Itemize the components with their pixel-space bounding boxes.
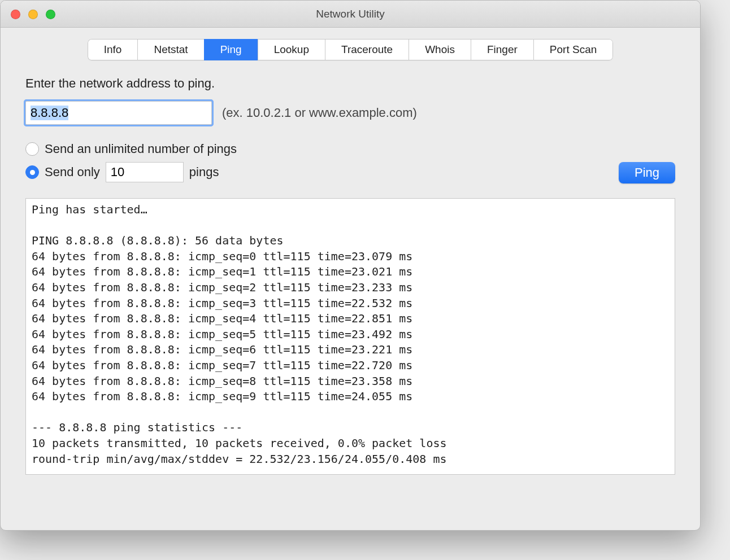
prompt-label: Enter the network address to ping. — [25, 76, 675, 91]
output-area[interactable]: Ping has started… PING 8.8.8.8 (8.8.8.8)… — [25, 198, 675, 475]
ping-count-input[interactable] — [106, 162, 184, 182]
tab-finger[interactable]: Finger — [471, 39, 533, 60]
tab-traceroute[interactable]: Traceroute — [325, 39, 409, 60]
window-title: Network Utility — [1, 8, 700, 20]
tab-ping[interactable]: Ping — [204, 39, 258, 60]
tab-lookup[interactable]: Lookup — [258, 39, 325, 60]
address-input[interactable] — [25, 101, 212, 125]
radio-unlimited[interactable] — [25, 142, 39, 156]
close-window-icon[interactable] — [11, 10, 20, 19]
app-window: Network Utility InfoNetstatPingLookupTra… — [0, 0, 701, 531]
radio-send-only-suffix: pings — [189, 165, 219, 180]
radio-unlimited-label: Send an unlimited number of pings — [45, 142, 237, 156]
tab-whois[interactable]: Whois — [409, 39, 471, 60]
tab-info[interactable]: Info — [88, 39, 138, 60]
ping-button[interactable]: Ping — [619, 162, 675, 183]
zoom-window-icon[interactable] — [46, 10, 55, 19]
radio-send-only-prefix: Send only — [45, 165, 100, 180]
titlebar: Network Utility — [1, 1, 700, 28]
address-hint: (ex. 10.0.2.1 or www.example.com) — [222, 106, 417, 120]
output-text: Ping has started… PING 8.8.8.8 (8.8.8.8)… — [26, 199, 675, 470]
traffic-lights — [11, 10, 55, 19]
radio-send-only[interactable] — [25, 165, 39, 179]
tab-netstat[interactable]: Netstat — [137, 39, 203, 60]
tab-bar: InfoNetstatPingLookupTracerouteWhoisFing… — [1, 28, 700, 71]
tab-port-scan[interactable]: Port Scan — [533, 39, 613, 60]
content: InfoNetstatPingLookupTracerouteWhoisFing… — [1, 28, 700, 486]
minimize-window-icon[interactable] — [28, 10, 38, 19]
